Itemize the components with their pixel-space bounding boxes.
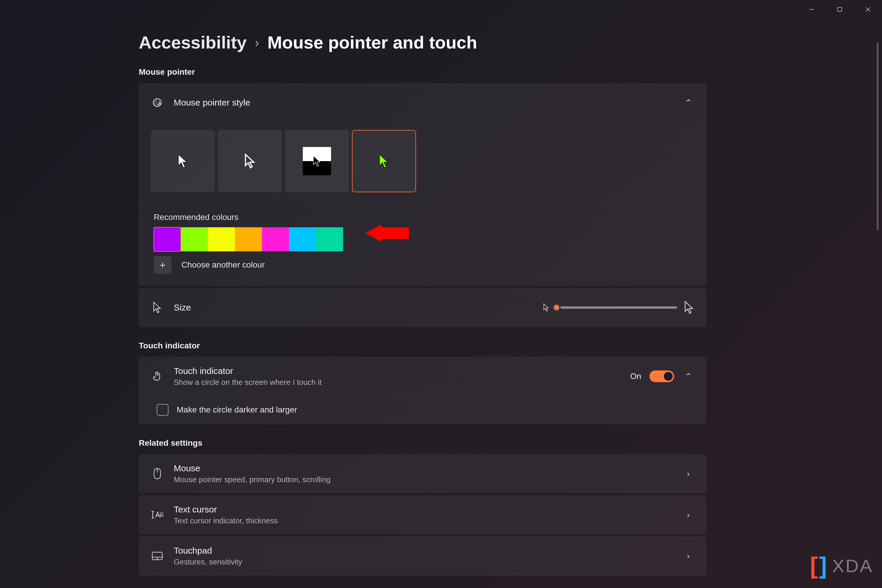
page-title: Mouse pointer and touch — [267, 32, 477, 52]
breadcrumb-parent[interactable]: Accessibility — [139, 32, 247, 52]
mouse-icon — [151, 467, 164, 480]
size-slider[interactable] — [556, 306, 677, 309]
pointer-style-black[interactable] — [218, 130, 282, 192]
touch-indicator-toggle[interactable] — [650, 370, 674, 382]
touch-darker-label: Make the circle darker and larger — [177, 405, 297, 414]
cursor-outline-icon — [151, 301, 164, 314]
colour-swatch-magenta[interactable] — [262, 227, 289, 251]
text-cursor-icon — [151, 508, 164, 521]
slider-thumb[interactable] — [552, 303, 561, 312]
svg-rect-1 — [838, 8, 842, 12]
window-titlebar — [797, 0, 882, 19]
choose-another-colour-label: Choose another colour — [182, 260, 265, 270]
section-related-settings: Related settings — [139, 438, 706, 448]
plus-icon: ＋ — [154, 256, 171, 274]
cursor-custom-icon — [378, 153, 390, 169]
touch-icon — [151, 370, 164, 383]
related-mouse-subtitle: Mouse pointer speed, primary button, scr… — [174, 475, 682, 484]
recommended-colours-panel: Recommended colours ＋ Choose another col… — [139, 204, 706, 285]
touch-indicator-title: Touch indicator — [174, 366, 630, 376]
colour-swatch-purple[interactable] — [154, 227, 181, 251]
pointer-size-row[interactable]: Size — [139, 288, 706, 327]
pointer-style-white[interactable] — [151, 130, 215, 192]
recommended-colours-label: Recommended colours — [154, 213, 691, 222]
pointer-style-inverted[interactable] — [285, 130, 349, 192]
pointer-size-card: Size — [139, 288, 706, 327]
chevron-up-icon: ⌃ — [682, 371, 694, 382]
chevron-right-icon: › — [682, 469, 694, 478]
cursor-large-icon — [684, 300, 694, 315]
pointer-style-header[interactable]: Mouse pointer style ⌃ — [139, 84, 706, 122]
related-mouse-card[interactable]: Mouse Mouse pointer speed, primary butto… — [139, 454, 706, 493]
window-maximize-button[interactable] — [825, 0, 854, 19]
colour-swatch-cyan[interactable] — [289, 227, 316, 251]
pointer-style-custom[interactable] — [352, 130, 416, 192]
cursor-small-icon — [543, 303, 549, 312]
touch-indicator-row[interactable]: Touch indicator Show a circle on the scr… — [139, 357, 706, 395]
chevron-right-icon: › — [682, 510, 694, 520]
cursor-inverted-icon — [312, 155, 321, 167]
colour-swatch-lime[interactable] — [181, 227, 208, 251]
cursor-white-icon — [177, 153, 189, 169]
xda-watermark: [] XDA — [810, 552, 873, 579]
colour-swatch-teal[interactable] — [316, 227, 343, 251]
breadcrumb: Accessibility › Mouse pointer and touch — [139, 32, 706, 52]
xda-bracket-icon: [] — [810, 552, 828, 579]
maximize-icon — [837, 6, 843, 12]
xda-logo-text: XDA — [832, 555, 873, 576]
section-touch-indicator: Touch indicator — [139, 341, 706, 351]
chevron-up-icon: ⌃ — [682, 98, 694, 108]
pointer-style-card: Mouse pointer style ⌃ — [139, 83, 706, 286]
related-text-cursor-card[interactable]: Text cursor Text cursor indicator, thick… — [139, 495, 706, 534]
size-label: Size — [174, 303, 543, 312]
touch-darker-checkbox[interactable] — [157, 404, 168, 416]
annotation-arrow — [366, 224, 409, 242]
vertical-scrollbar[interactable] — [877, 42, 879, 231]
related-touchpad-subtitle: Gestures, sensitivity — [174, 557, 682, 567]
section-mouse-pointer: Mouse pointer — [139, 68, 706, 77]
colour-swatch-orange[interactable] — [235, 227, 262, 251]
close-icon — [865, 6, 871, 13]
pointer-style-label: Mouse pointer style — [174, 98, 682, 108]
touch-darker-row[interactable]: Make the circle darker and larger — [139, 395, 706, 424]
window-minimize-button[interactable] — [797, 0, 825, 19]
touch-indicator-subtitle: Show a circle on the screen where I touc… — [174, 378, 630, 387]
chevron-right-icon: › — [255, 35, 259, 50]
window-close-button[interactable] — [854, 0, 882, 19]
settings-content: Accessibility › Mouse pointer and touch … — [139, 32, 706, 578]
choose-another-colour-button[interactable]: ＋ Choose another colour — [154, 256, 691, 274]
related-touchpad-title: Touchpad — [174, 546, 682, 556]
related-text-cursor-title: Text cursor — [174, 504, 682, 514]
pointer-style-icon — [151, 96, 164, 109]
colour-swatches — [154, 227, 691, 251]
related-touchpad-card[interactable]: Touchpad Gestures, sensitivity › — [139, 537, 706, 575]
colour-swatch-yellow[interactable] — [208, 227, 235, 251]
minimize-icon — [808, 6, 814, 13]
pointer-style-options — [139, 122, 706, 204]
touch-toggle-state: On — [630, 372, 641, 381]
chevron-right-icon: › — [682, 551, 694, 561]
touch-indicator-card: Touch indicator Show a circle on the scr… — [139, 357, 706, 424]
related-mouse-title: Mouse — [174, 464, 682, 473]
touchpad-icon — [151, 549, 164, 562]
related-text-cursor-subtitle: Text cursor indicator, thickness — [174, 516, 682, 525]
cursor-black-icon — [244, 153, 255, 169]
